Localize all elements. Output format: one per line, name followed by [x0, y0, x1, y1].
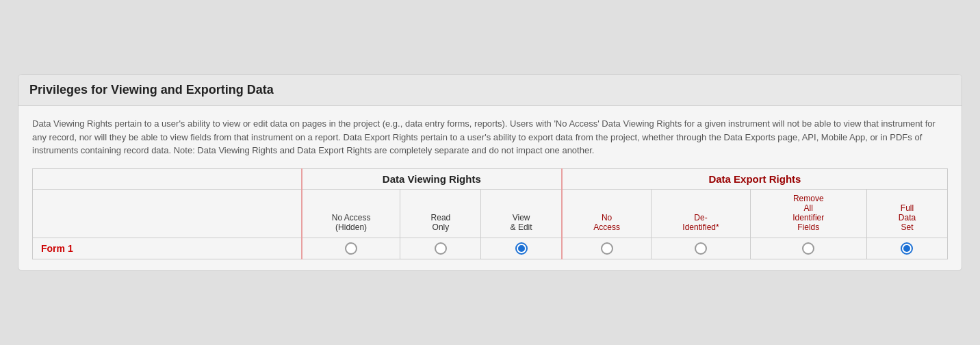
radio-container-read-only[interactable] — [406, 242, 475, 255]
radio-cell-remove-all[interactable] — [750, 238, 866, 259]
radio-de-identified[interactable] — [695, 242, 707, 255]
radio-cell-read-only[interactable] — [400, 238, 481, 259]
radio-cell-view-edit[interactable] — [481, 238, 562, 259]
radio-container-no-access-hidden[interactable] — [308, 242, 395, 255]
sub-header-no-access-hidden: No Access(Hidden) — [302, 189, 400, 238]
radio-cell-no-access-hidden[interactable] — [302, 238, 400, 259]
panel-title: Privileges for Viewing and Exporting Dat… — [29, 83, 951, 97]
radio-view-edit[interactable] — [515, 242, 528, 255]
description-text: Data Viewing Rights pertain to a user's … — [32, 117, 948, 157]
radio-container-view-edit[interactable] — [487, 242, 555, 255]
radio-full-data-set[interactable] — [901, 242, 913, 255]
sub-header-de-identified: De-Identified* — [652, 189, 750, 238]
radio-remove-all[interactable] — [802, 242, 814, 255]
form-col-header — [33, 168, 302, 189]
radio-read-only[interactable] — [435, 242, 447, 255]
sub-header-read-only: ReadOnly — [400, 189, 481, 238]
form-name-cell: Form 1 — [33, 238, 302, 259]
sub-header-blank — [33, 189, 302, 238]
radio-cell-export-no-access[interactable] — [562, 238, 652, 259]
viewing-rights-header: Data Viewing Rights — [302, 168, 562, 189]
radio-container-export-no-access[interactable] — [568, 242, 646, 255]
radio-cell-full-data-set[interactable] — [866, 238, 947, 259]
sub-header-view-edit: View& Edit — [481, 189, 562, 238]
sub-header-export-no-access: NoAccess — [562, 189, 652, 238]
panel-body: Data Viewing Rights pertain to a user's … — [18, 106, 962, 270]
sub-header-full-data-set: FullDataSet — [866, 189, 947, 238]
table-row: Form 1 — [33, 238, 948, 259]
export-rights-header: Data Export Rights — [562, 168, 948, 189]
radio-container-remove-all[interactable] — [756, 242, 861, 255]
privileges-table: Data Viewing Rights Data Export Rights N… — [32, 168, 948, 259]
panel-header: Privileges for Viewing and Exporting Dat… — [18, 75, 962, 106]
radio-cell-de-identified[interactable] — [652, 238, 750, 259]
privileges-panel: Privileges for Viewing and Exporting Dat… — [18, 74, 962, 271]
radio-no-access-hidden[interactable] — [345, 242, 357, 255]
sub-header-remove-all: RemoveAllIdentifierFields — [750, 189, 866, 238]
radio-export-no-access[interactable] — [601, 242, 613, 255]
radio-container-de-identified[interactable] — [657, 242, 744, 255]
radio-container-full-data-set[interactable] — [873, 242, 942, 255]
